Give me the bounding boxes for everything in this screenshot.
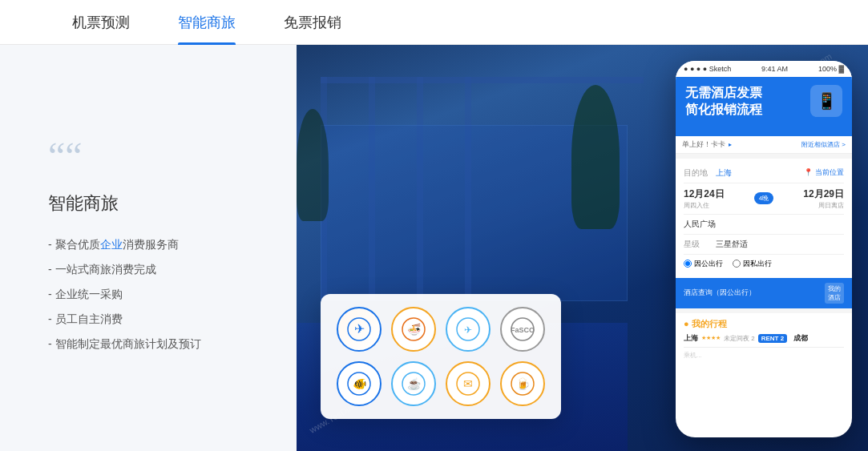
section-title: 智能商旅 [48,191,256,215]
location-value: 人民广场 [684,219,844,230]
tab-smart-label: 智能商旅 [178,13,236,32]
nav-tabs: 机票预测 智能商旅 免票报销 [0,0,868,45]
right-panel: www.YesDing.com www.YesDing.com ✈ 🍜 [297,45,868,451]
app-icon-drink[interactable]: 🍺 [500,361,545,406]
list-item: - 企业统一采购 [48,284,256,304]
trip-row-1: 上海 ★★★★ 未定间夜 2 RENT 2 成都 [684,333,844,344]
list-item: - 员工自主消费 [48,309,256,329]
phone-header-title: 无需酒店发票简化报销流程 [685,85,810,119]
checkin-date: 12月24日 [684,187,751,201]
form-row-dates: 12月24日 周四入住 4晚 12月29日 周日离店 [684,183,844,215]
list-item: - 智能制定最优商旅计划及预订 [48,334,256,354]
private-trip-text: 因私出行 [743,259,772,269]
phone-nav: 单上好！卡卡 ▸ 附近相似酒店 > [676,136,852,154]
my-hotel-btn[interactable]: 我的酒店 [825,283,844,304]
app-icon-mail[interactable]: ✉ [446,361,491,406]
checkin-day: 周四入住 [684,201,751,210]
trip1-stars: ★★★★ [701,335,721,341]
trip1-status: 未定间夜 2 [724,334,755,343]
my-trips-title: ● 我的行程 [684,318,844,330]
phone-mockup: ● ● ● ● Sketch 9:41 AM 100% ▓ 无需酒店发票简化报销… [676,61,852,437]
trip-type-row: 因公出行 因私出行 [684,255,844,273]
app-icons-card: ✈ 🍜 ✈ FaSCO [321,294,561,419]
quote-mark: ““ [48,137,256,175]
time-text: 9:41 AM [761,65,788,73]
tab-smart-travel[interactable]: 智能商旅 [154,0,260,45]
list-item: - 聚合优质企业消费服务商 [48,235,256,255]
tab-expense-label: 免票报销 [284,13,341,32]
svg-text:FaSCO: FaSCO [511,326,535,334]
trip-placeholder: 乘机... [684,352,702,359]
hotel-query-btn[interactable]: 酒店查询（因公出行） 我的酒店 [676,278,852,308]
blue-text: 企业 [100,238,123,251]
business-trip-label[interactable]: 因公出行 [684,259,723,269]
main-content: ““ 智能商旅 - 聚合优质企业消费服务商 - 一站式商旅消费完成 - 企业统一… [0,45,868,451]
private-trip-label[interactable]: 因私出行 [733,259,772,269]
svg-text:☕: ☕ [407,377,422,391]
svg-text:✈: ✈ [354,322,365,336]
app-icon-flight[interactable]: ✈ [337,307,382,352]
svg-text:🐠: 🐠 [353,377,367,391]
star-value: 三星舒适 [716,239,844,250]
tab-flight-label: 机票预测 [72,13,130,32]
signal-text: ● ● ● ● Sketch [684,65,731,73]
nav-greeting: 单上好！卡卡 [682,139,725,150]
checkin-block: 12月24日 周四入住 [684,187,751,210]
phone-header: 无需酒店发票简化报销流程 📱 [676,77,852,136]
checkout-block: 12月29日 周日离店 [777,187,844,210]
phone-form-body: 目的地 上海 📍 当前位置 12月24日 周四入住 4晚 12月29日 周日离店 [676,154,852,364]
rent2-badge: RENT 2 [758,334,787,343]
form-section-destination: 目的地 上海 📍 当前位置 12月24日 周四入住 4晚 12月29日 周日离店 [676,159,852,278]
phone-status-bar: ● ● ● ● Sketch 9:41 AM 100% ▓ [676,61,852,77]
form-row-star: 星级 三星舒适 [684,235,844,255]
svg-text:🍜: 🍜 [407,323,422,336]
destination-value: 上海 [716,167,804,179]
app-icon-travel[interactable]: ✈ [446,307,491,352]
destination-label: 目的地 [684,167,716,179]
my-trips-section: ● 我的行程 上海 ★★★★ 未定间夜 2 RENT 2 成都 乘机... [676,313,852,364]
svg-text:🍺: 🍺 [516,377,531,391]
form-row-location: 人民广场 [684,215,844,235]
trip-row-2: 乘机... [684,347,844,360]
phone-header-icon: 📱 [810,85,842,117]
nights-badge: 4晚 [754,192,773,204]
form-row-destination: 目的地 上海 📍 当前位置 [684,163,844,183]
hotel-btn-text: 酒店查询（因公出行） [684,288,825,298]
feature-list: - 聚合优质企业消费服务商 - 一站式商旅消费完成 - 企业统一采购 - 员工自… [48,235,256,360]
trip2-city: 成都 [793,333,808,344]
private-trip-radio[interactable] [733,260,741,268]
nav-link[interactable]: 附近相似酒店 > [735,140,846,149]
svg-text:✈: ✈ [464,324,472,336]
app-icon-fasco[interactable]: FaSCO [500,307,545,352]
app-icon-fish[interactable]: 🐠 [337,361,382,406]
tab-flight-prediction[interactable]: 机票预测 [48,0,154,45]
nav-arrow: ▸ [729,141,732,148]
left-panel: ““ 智能商旅 - 聚合优质企业消费服务商 - 一站式商旅消费完成 - 企业统一… [0,45,297,451]
checkout-date: 12月29日 [777,187,844,201]
locate-icon[interactable]: 📍 当前位置 [804,167,844,178]
star-label: 星级 [684,239,716,250]
battery-text: 100% ▓ [818,65,844,73]
business-trip-radio[interactable] [684,260,692,268]
svg-text:✉: ✉ [463,377,473,390]
list-item: - 一站式商旅消费完成 [48,260,256,280]
checkout-day: 周日离店 [777,201,844,210]
app-icon-food[interactable]: 🍜 [391,307,436,352]
app-icon-cup[interactable]: ☕ [391,361,436,406]
business-trip-text: 因公出行 [694,259,723,269]
trip1-city: 上海 [684,333,698,344]
tab-expense[interactable]: 免票报销 [260,0,365,45]
